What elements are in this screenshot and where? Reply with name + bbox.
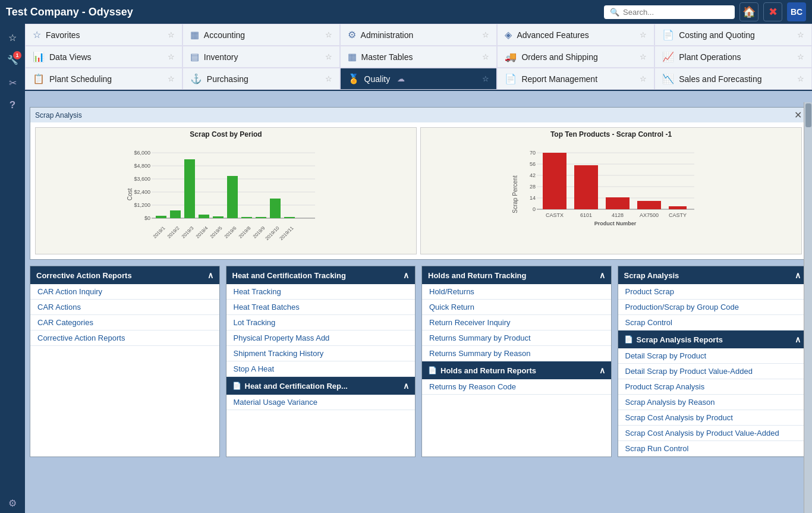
collapse-scrap-reports[interactable]: ∧ (795, 335, 801, 344)
nav-star[interactable]: ☆ (797, 52, 804, 61)
chart-panel-close[interactable]: ✕ (794, 109, 802, 121)
nav-star[interactable]: ☆ (640, 52, 647, 61)
svg-text:2019/8: 2019/8 (238, 225, 252, 240)
svg-rect-50 (606, 197, 630, 209)
scrap-cost-analysis-product-va[interactable]: Scrap Cost Analysis by Product Value-Add… (618, 426, 807, 441)
svg-text:CASTY: CASTY (669, 212, 687, 218)
dataviews-icon: 📊 (33, 51, 45, 62)
collapse-heat-cert-reports[interactable]: ∧ (403, 381, 409, 391)
holds-return-header: Holds and Return Tracking ∧ (422, 266, 611, 284)
home-button[interactable]: 🏠 (739, 2, 759, 21)
nav-star[interactable]: ☆ (168, 52, 175, 61)
nav-star[interactable]: ☆ (797, 30, 804, 39)
navmenu: ☆ Favorites ☆ ▦ Accounting ☆ ⚙ Administr… (25, 24, 812, 91)
nav-data-views[interactable]: 📊 Data Views ☆ (25, 46, 182, 68)
svg-text:28: 28 (530, 184, 536, 190)
nav-master-tables[interactable]: ▦ Master Tables ☆ (340, 46, 498, 68)
lot-tracking[interactable]: Lot Tracking (226, 315, 416, 331)
nav-accounting[interactable]: ▦ Accounting ☆ (182, 24, 340, 46)
close-button[interactable]: ✖ (763, 2, 782, 21)
scrollbar[interactable] (804, 102, 812, 513)
scrollbar-thumb[interactable] (805, 103, 811, 127)
shipment-tracking-history[interactable]: Shipment Tracking History (226, 346, 416, 361)
nav-star[interactable]: ☆ (168, 74, 175, 83)
collapse-holds-return[interactable]: ∧ (599, 270, 605, 280)
nav-report-management[interactable]: 📄 Report Management ☆ (497, 68, 654, 90)
collapse-corrective-action[interactable]: ∧ (207, 270, 213, 280)
returns-by-reason-code[interactable]: Returns by Reason Code (422, 379, 611, 395)
nav-plant-scheduling[interactable]: 📋 Plant Scheduling ☆ (25, 68, 182, 90)
svg-rect-52 (669, 206, 687, 209)
nav-star[interactable]: ☆ (325, 52, 332, 61)
car-categories[interactable]: CAR Categories (30, 315, 219, 331)
chart2-title: Top Ten Products - Scrap Control -1 (421, 128, 801, 141)
svg-text:Scrap Percent: Scrap Percent (512, 175, 518, 213)
sidebar-modules[interactable]: 🔧 1 (2, 50, 23, 70)
main-content: Scrap Analysis ✕ Scrap Cost by Period Co… (25, 102, 812, 513)
nav-star[interactable]: ☆ (482, 74, 489, 83)
svg-text:56: 56 (530, 161, 536, 167)
svg-rect-18 (213, 216, 224, 218)
module-corrective-action: Corrective Action Reports ∧ CAR Action I… (30, 266, 220, 457)
nav-purchasing[interactable]: ⚓ Purchasing ☆ (182, 68, 340, 90)
returns-summary-reason[interactable]: Returns Summary by Reason (422, 346, 611, 361)
doc-icon: 📄 (624, 335, 633, 344)
physical-property-mass-add[interactable]: Physical Property Mass Add (226, 331, 416, 346)
svg-text:CASTX: CASTX (546, 212, 564, 218)
scrap-analysis-reason[interactable]: Scrap Analysis by Reason (618, 395, 807, 410)
detail-scrap-product[interactable]: Detail Scrap by Product (618, 348, 807, 364)
nav-star[interactable]: ☆ (482, 52, 489, 61)
hold-returns[interactable]: Hold/Returns (422, 284, 611, 300)
returns-summary-product[interactable]: Returns Summary by Product (422, 331, 611, 346)
administration-icon: ⚙ (348, 29, 356, 40)
user-badge[interactable]: BC (787, 2, 806, 21)
product-scrap[interactable]: Product Scrap (618, 284, 807, 300)
chart1-svg: Cost $6,000 $4,800 $3,600 $2,400 $1,200 … (36, 141, 416, 245)
return-receiver-inquiry[interactable]: Return Receiver Inquiry (422, 315, 611, 331)
nav-quality[interactable]: 🏅 Quality ☁ ☆ (340, 68, 498, 90)
collapse-heat-cert[interactable]: ∧ (403, 270, 409, 280)
topbar: Test Company - Odyssey 🔍 🏠 ✖ BC (0, 0, 812, 24)
product-scrap-analysis[interactable]: Product Scrap Analysis (618, 379, 807, 395)
sidebar-help[interactable]: ? (2, 95, 23, 115)
nav-sales-forecasting[interactable]: 📉 Sales and Forecasting ☆ (654, 68, 812, 90)
car-actions[interactable]: CAR Actions (30, 300, 219, 315)
nav-costing-quoting[interactable]: 📄 Costing and Quoting ☆ (654, 24, 812, 46)
stop-a-heat[interactable]: Stop A Heat (226, 361, 416, 377)
collapse-holds-reports[interactable]: ∧ (599, 366, 605, 375)
collapse-scrap-analysis[interactable]: ∧ (795, 270, 801, 280)
nav-star[interactable]: ☆ (640, 74, 647, 83)
car-action-inquiry[interactable]: CAR Action Inquiry (30, 284, 219, 300)
chart-scrap-cost: Scrap Cost by Period Cost $6,000 $4,800 … (35, 127, 417, 254)
nav-star[interactable]: ☆ (168, 30, 175, 39)
nav-favorites[interactable]: ☆ Favorites ☆ (25, 24, 182, 46)
nav-star[interactable]: ☆ (640, 30, 647, 39)
nav-star[interactable]: ☆ (482, 30, 489, 39)
material-usage-variance[interactable]: Material Usage Variance (226, 395, 416, 410)
nav-star[interactable]: ☆ (797, 74, 804, 83)
search-icon: 🔍 (610, 8, 619, 17)
sidebar-tools[interactable]: ✂ (2, 73, 23, 93)
heat-cert-header: Heat and Certification Tracking ∧ (226, 266, 416, 284)
heat-treat-batches[interactable]: Heat Treat Batches (226, 300, 416, 315)
nav-administration[interactable]: ⚙ Administration ☆ (340, 24, 498, 46)
production-scrap-group[interactable]: Production/Scrap by Group Code (618, 300, 807, 315)
heat-tracking[interactable]: Heat Tracking (226, 284, 416, 300)
corrective-action-reports[interactable]: Corrective Action Reports (30, 331, 219, 346)
sidebar-settings[interactable]: ⚙ (2, 493, 23, 513)
scrap-cost-analysis-product[interactable]: Scrap Cost Analysis by Product (618, 410, 807, 426)
nav-advanced-features[interactable]: ◈ Advanced Features ☆ (497, 24, 654, 46)
nav-star[interactable]: ☆ (325, 74, 332, 83)
nav-star[interactable]: ☆ (325, 30, 332, 39)
nav-plant-operations[interactable]: 📈 Plant Operations ☆ (654, 46, 812, 68)
nav-orders-shipping[interactable]: 🚚 Orders and Shipping ☆ (497, 46, 654, 68)
quick-return[interactable]: Quick Return (422, 300, 611, 315)
search-input[interactable] (623, 8, 729, 17)
module-holds-return: Holds and Return Tracking ∧ Hold/Returns… (421, 266, 612, 457)
search-box[interactable]: 🔍 (604, 5, 735, 19)
detail-scrap-product-va[interactable]: Detail Scrap by Product Value-Added (618, 364, 807, 379)
scrap-run-control[interactable]: Scrap Run Control (618, 441, 807, 457)
sidebar-favorites[interactable]: ☆ (2, 27, 23, 48)
scrap-control[interactable]: Scrap Control (618, 315, 807, 331)
nav-inventory[interactable]: ▤ Inventory ☆ (182, 46, 340, 68)
